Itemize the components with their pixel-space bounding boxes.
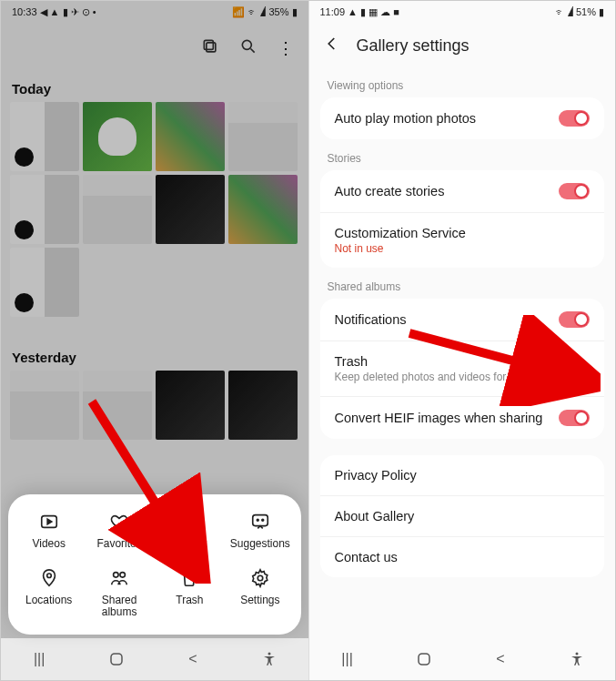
thumb[interactable]: [83, 371, 152, 440]
bottom-sheet: Videos Favorites Recent Suggestions: [8, 494, 301, 635]
svg-point-12: [258, 575, 263, 581]
status-time: 11:09: [320, 6, 346, 17]
settings-header: Gallery settings: [309, 23, 616, 66]
settings-icon: [249, 567, 271, 589]
svg-point-7: [257, 520, 258, 522]
sheet-settings[interactable]: Settings: [227, 567, 294, 618]
suggestions-icon: [249, 511, 271, 533]
group-shared: Shared albums: [320, 268, 605, 299]
recent-icon: [178, 511, 200, 533]
back-icon[interactable]: [324, 36, 342, 56]
sheet-favorites[interactable]: Favorites: [86, 511, 153, 550]
navbar-right: ||| <: [309, 638, 616, 680]
row-contact[interactable]: Contact us: [320, 536, 605, 577]
battery-icon: ▮: [599, 6, 604, 18]
svg-point-2: [242, 40, 251, 49]
sheet-videos[interactable]: Videos: [15, 511, 83, 550]
row-about[interactable]: About Gallery: [320, 495, 605, 536]
statusbar-right: 11:09 ▲ ▮ ▦ ☁ ■ ᯤ ◢ 51% ▮: [309, 1, 616, 23]
signal-icons: ᯤ ◢: [555, 6, 573, 17]
nav-accessibility[interactable]: [566, 648, 588, 670]
toggle-notifications[interactable]: [559, 311, 590, 328]
trash-icon: [178, 567, 200, 589]
battery-icon: ▮: [292, 6, 298, 18]
section-today: Today: [12, 81, 299, 97]
toggle-heif[interactable]: [559, 410, 590, 426]
nav-back[interactable]: <: [490, 648, 511, 670]
nav-recent[interactable]: |||: [337, 648, 358, 670]
battery-pct: 35%: [268, 6, 288, 17]
sheet-recent[interactable]: Recent: [156, 511, 223, 550]
svg-rect-1: [204, 40, 213, 49]
shared-icon: [108, 567, 130, 589]
sheet-suggestions[interactable]: Suggestions: [227, 511, 294, 550]
thumb[interactable]: [156, 371, 225, 440]
svg-point-18: [575, 653, 578, 656]
row-heif[interactable]: Convert HEIF images when sharing: [320, 396, 605, 439]
thumb[interactable]: [10, 248, 79, 317]
thumb[interactable]: [228, 371, 298, 440]
status-time: 10:33: [12, 6, 37, 17]
menu-dots-icon[interactable]: ⋮: [278, 38, 292, 58]
row-autoplay[interactable]: Auto play motion photos: [320, 97, 605, 139]
toggle-trash[interactable]: [559, 361, 590, 377]
group-viewing: Viewing options: [320, 66, 605, 97]
search-icon[interactable]: [239, 37, 258, 59]
nav-recent[interactable]: |||: [28, 648, 50, 670]
svg-point-15: [268, 653, 271, 656]
section-yesterday: Yesterday: [12, 350, 299, 365]
svg-point-11: [120, 572, 126, 577]
thumb[interactable]: [83, 175, 152, 244]
svg-point-9: [46, 574, 51, 578]
thumb[interactable]: [10, 371, 79, 440]
svg-rect-14: [111, 654, 122, 665]
battery-pct: 51%: [576, 6, 596, 17]
toggle-autostories[interactable]: [559, 183, 590, 199]
thumb[interactable]: [228, 102, 298, 171]
page-title: Gallery settings: [357, 36, 470, 56]
svg-rect-17: [419, 654, 429, 665]
sheet-trash[interactable]: Trash: [156, 567, 223, 618]
svg-line-3: [250, 49, 254, 53]
thumb[interactable]: [228, 175, 298, 244]
statusbar-left: 10:33 ◀ ▲ ▮ ✈ ⊙ • 📶 ᯤ ◢ 35% ▮: [1, 1, 308, 23]
group-stories: Stories: [320, 139, 605, 170]
row-autostories[interactable]: Auto create stories: [320, 170, 605, 212]
thumb[interactable]: [10, 102, 79, 171]
svg-point-10: [114, 572, 118, 577]
locations-icon: [38, 567, 60, 589]
navbar-left: ||| <: [1, 638, 308, 680]
copy-icon[interactable]: [201, 37, 219, 59]
row-trash[interactable]: Trash Keep deleted photos and videos for…: [320, 340, 605, 396]
thumb[interactable]: [10, 175, 79, 244]
toggle-autoplay[interactable]: [559, 110, 590, 127]
nav-home[interactable]: [106, 648, 127, 670]
row-customization[interactable]: Customization Service Not in use: [320, 212, 605, 268]
thumb[interactable]: [156, 102, 225, 171]
gallery-grid: Today Yesterday: [1, 81, 308, 440]
videos-icon: [38, 511, 60, 533]
row-notifications[interactable]: Notifications: [320, 299, 605, 340]
gallery-toolbar: ⋮: [1, 23, 308, 74]
thumb[interactable]: [156, 175, 225, 244]
notif-icons: ◀ ▲ ▮ ✈ ⊙ •: [40, 6, 96, 18]
favorites-icon: [108, 511, 130, 533]
svg-rect-6: [253, 515, 268, 526]
notif-icons: ▲ ▮ ▦ ☁ ■: [348, 6, 399, 18]
svg-point-8: [262, 520, 264, 522]
nav-back[interactable]: <: [182, 648, 204, 670]
sheet-shared-albums[interactable]: Shared albums: [86, 567, 153, 618]
sheet-locations[interactable]: Locations: [15, 567, 83, 618]
svg-rect-0: [206, 43, 215, 52]
nav-accessibility[interactable]: [258, 648, 280, 670]
thumb[interactable]: [83, 102, 152, 171]
row-privacy[interactable]: Privacy Policy: [320, 455, 605, 495]
nav-home[interactable]: [413, 648, 435, 670]
signal-icons: 📶 ᯤ ◢: [232, 6, 266, 18]
